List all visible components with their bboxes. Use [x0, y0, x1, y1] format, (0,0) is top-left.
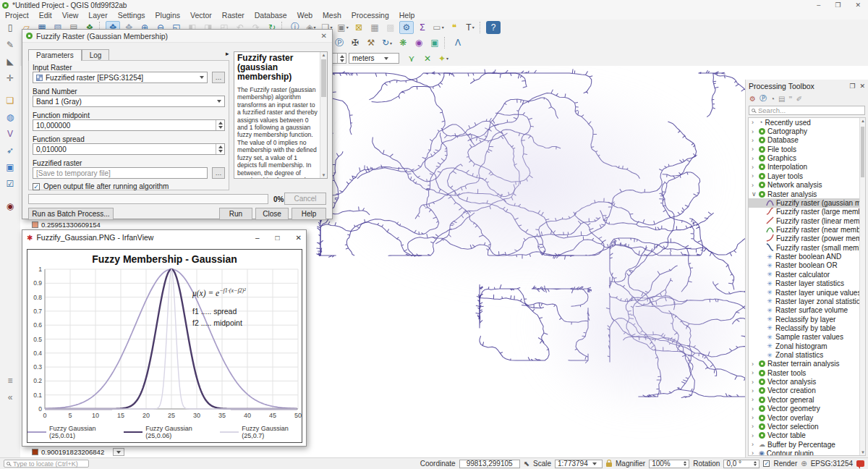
epsg-label[interactable]: EPSG:31254 — [811, 460, 853, 468]
tree-algorithm-raster-calculator[interactable]: ✳Raster calculator — [749, 270, 859, 279]
menu-settings[interactable]: Settings — [113, 11, 150, 20]
processing-toolbox-toggle-button[interactable]: ⚙ — [399, 21, 414, 34]
add-point-cloud-layer-button[interactable]: ◉ — [2, 198, 18, 214]
message-log-icon[interactable] — [856, 460, 864, 467]
add-postgis-layer-button[interactable]: ▣ — [2, 159, 18, 174]
menu-mesh[interactable]: Mesh — [318, 11, 346, 20]
map-tips-button[interactable]: ❝ — [447, 21, 461, 34]
tree-group-graphics[interactable]: ›Graphics — [749, 153, 859, 162]
tab-log[interactable]: Log — [82, 49, 110, 61]
menu-layer[interactable]: Layer — [83, 11, 112, 20]
tree-algorithm-raster-layer-statistics[interactable]: ✳Raster layer statistics — [749, 279, 859, 287]
tree-group-contour-plugin[interactable]: ›◉Contour plugin — [749, 449, 859, 456]
coordinate-toggle-icon[interactable]: ⬉ — [524, 460, 529, 468]
toolbox-models-icon[interactable]: ⚙ — [749, 95, 756, 103]
osgeo-tools-button[interactable]: ⚒ — [364, 36, 378, 49]
tree-algorithm-raster-layer-unique-values-report[interactable]: ✳Raster layer unique values report — [749, 288, 859, 297]
fuzzified-raster-input[interactable]: [Save to temporary file] — [33, 167, 208, 179]
viewer-maximize-icon[interactable]: □ — [276, 234, 280, 242]
tree-algorithm-fuzzify-raster-small-membership-[interactable]: Fuzzify raster (small membership) — [749, 243, 859, 252]
tree-algorithm-zonal-statistics[interactable]: ✳Zonal statistics — [749, 350, 859, 359]
close-button[interactable]: Close — [255, 208, 289, 220]
cancel-button[interactable]: Cancel — [284, 193, 326, 205]
digitizing-pen-button[interactable]: ✎ — [2, 37, 18, 52]
tree-algorithm-fuzzify-raster-near-membership-[interactable]: Fuzzify raster (near membership) — [749, 225, 859, 234]
fuzzified-raster-browse-button[interactable]: … — [212, 167, 225, 179]
menu-processing[interactable]: Processing — [346, 11, 394, 20]
tree-algorithm-fuzzify-raster-linear-membership-[interactable]: Fuzzify raster (linear membership) — [749, 216, 859, 225]
minimize-icon[interactable]: – — [817, 1, 820, 9]
menu-raster[interactable]: Raster — [217, 11, 250, 20]
help-scrollbar[interactable]: ▲ ▼ — [320, 52, 327, 178]
layer-combo-arrow[interactable] — [113, 448, 124, 456]
menu-help[interactable]: Help — [394, 11, 420, 20]
tree-algorithm-reclassify-by-layer[interactable]: ✳Reclassify by layer — [749, 315, 859, 324]
add-virtual-layer-button[interactable]: V — [2, 126, 18, 141]
tree-algorithm-raster-boolean-and[interactable]: ✳Raster boolean AND — [749, 252, 859, 261]
text-annotation-button[interactable]: T▾ — [463, 21, 477, 34]
new-project-button[interactable]: ▯ — [3, 21, 17, 34]
tree-group-cartography[interactable]: ›Cartography — [749, 127, 859, 135]
toolbox-search-input[interactable]: Search... — [749, 106, 865, 115]
tree-group-vector-creation[interactable]: ›Vector creation — [749, 386, 859, 395]
run-as-batch-button[interactable]: Run as Batch Process... — [28, 208, 114, 220]
dock-close-icon[interactable]: ✕ — [859, 83, 865, 90]
tree-group-raster-tools[interactable]: ›Raster tools — [749, 368, 859, 377]
plugin-reloader-button[interactable]: ↻▾ — [380, 36, 394, 49]
layer-item-bottom[interactable]: 0.900191823206842 — [20, 447, 184, 457]
layer-item-top[interactable]: 0.25951330609154 — [20, 219, 184, 229]
vertex-tool-button[interactable]: ✛ — [2, 70, 18, 85]
menu-plugins[interactable]: Plugins — [150, 11, 185, 20]
topological-editing-button[interactable]: ✕ — [420, 52, 435, 65]
tree-group-vector-table[interactable]: ›Vector table — [749, 431, 859, 440]
tree-group-database[interactable]: ›Database — [749, 136, 859, 145]
tracing-button[interactable]: ⋎ — [404, 52, 419, 65]
tree-group-network-analysis[interactable]: ›Network analysis — [749, 181, 859, 190]
open-output-checkbox[interactable]: ✓ Open output file after running algorit… — [33, 182, 169, 190]
tree-group-raster-terrain-analysis[interactable]: ›Raster terrain analysis — [749, 360, 859, 368]
input-raster-select[interactable]: Fuzzified raster [EPSG:31254] — [33, 72, 208, 83]
restore-icon[interactable]: ❐ — [835, 1, 841, 9]
help-collapse-icon[interactable]: ▸ — [226, 50, 229, 57]
magnifier-spinner[interactable]: 100% — [649, 460, 689, 468]
tree-group-interpolation[interactable]: ›Interpolation — [749, 163, 859, 172]
add-wms-layer-button[interactable]: ☑ — [2, 176, 18, 191]
run-button[interactable]: Run — [219, 208, 252, 220]
collapse-panel-button[interactable]: « — [2, 389, 18, 405]
tree-group-vector-general[interactable]: ›Vector general — [749, 395, 859, 404]
units-select[interactable]: meters — [349, 53, 399, 64]
select-by-value-button[interactable]: ▣▾ — [336, 21, 350, 34]
add-raster-layer-button[interactable]: ◍ — [2, 109, 18, 124]
dock-float-icon[interactable]: ❐ — [849, 83, 855, 90]
tree-algorithm-raster-boolean-or[interactable]: ✳Raster boolean OR — [749, 261, 859, 270]
panel-menu-button[interactable]: ≡ — [2, 373, 18, 388]
tree-group-file-tools[interactable]: ›File tools — [749, 145, 859, 153]
toolbox-results-icon[interactable]: ▤ — [778, 95, 785, 103]
georeferencer-button[interactable]: ▣ — [427, 36, 442, 49]
open-attribute-table-button[interactable]: ▦ — [367, 21, 382, 34]
tree-group-vector-geometry[interactable]: ›Vector geometry — [749, 405, 859, 413]
metasearch-button[interactable]: Λ — [451, 36, 465, 49]
tree-group-raster-analysis[interactable]: ∨Raster analysis — [749, 190, 859, 198]
close-icon[interactable]: ✕ — [855, 1, 861, 9]
band-number-select[interactable]: Band 1 (Gray) — [33, 96, 225, 107]
lock-icon[interactable] — [606, 462, 612, 467]
toolbox-options-icon[interactable]: ✐ — [796, 95, 802, 103]
tree-group-vector-analysis[interactable]: ›Vector analysis — [749, 377, 859, 386]
toolbox-history-icon[interactable]: ◔ — [770, 95, 775, 103]
plugin-manager-button[interactable]: ❋ — [396, 36, 410, 49]
tree-algorithm-zonal-histogram[interactable]: ✳Zonal histogram — [749, 342, 859, 350]
debug-plugin-button[interactable]: ✠ — [348, 36, 362, 49]
field-calculator-button[interactable]: ▩ — [383, 21, 398, 34]
menu-edit[interactable]: Edit — [34, 11, 57, 20]
tree-algorithm-sample-raster-values[interactable]: ✳Sample raster values — [749, 333, 859, 342]
snapping-options-button[interactable]: ✦▾ — [436, 52, 451, 65]
input-raster-browse-button[interactable]: … — [212, 72, 225, 83]
menu-project[interactable]: Project — [0, 11, 34, 20]
render-checkbox[interactable]: ✓ — [763, 460, 770, 467]
menu-web[interactable]: Web — [292, 11, 318, 20]
statistical-summary-button[interactable]: Σ — [415, 21, 430, 34]
rotation-spinner[interactable]: 0,0 ° — [723, 460, 760, 468]
help-contents-button[interactable]: ? — [486, 21, 501, 34]
tree-algorithm-fuzzify-raster-large-membership-[interactable]: Fuzzify raster (large membership) — [749, 208, 859, 216]
